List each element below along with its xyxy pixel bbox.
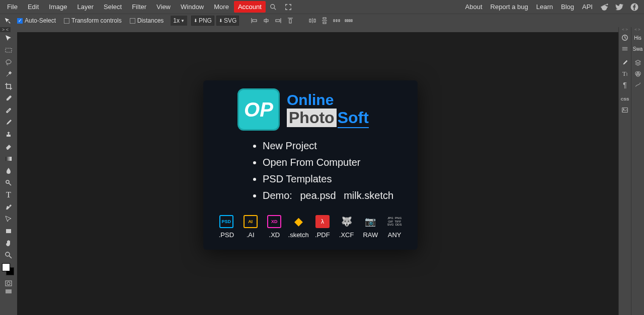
- demo-file-1[interactable]: pea.psd: [300, 190, 336, 201]
- svg-point-2: [602, 5, 607, 11]
- action-new-project[interactable]: New Project: [263, 138, 409, 154]
- menu-edit[interactable]: Edit: [23, 1, 44, 13]
- search-icon[interactable]: [266, 2, 281, 13]
- menu-file[interactable]: File: [2, 1, 23, 13]
- zoom-tool[interactable]: [0, 249, 17, 261]
- character-panel-icon[interactable]: TI: [619, 68, 631, 79]
- menu-account[interactable]: Account: [234, 1, 266, 13]
- pen-tool[interactable]: [0, 201, 17, 213]
- eyedropper-tool[interactable]: [0, 92, 17, 104]
- export-svg-button[interactable]: ⬇SVG: [216, 16, 239, 26]
- clone-tool[interactable]: [0, 129, 17, 141]
- distribute-space-icon[interactable]: [332, 16, 342, 26]
- fullscreen-icon[interactable]: [281, 2, 296, 13]
- format-psd[interactable]: PSD.PSD: [214, 215, 238, 239]
- crop-tool[interactable]: [0, 80, 17, 92]
- svg-rect-17: [314, 19, 315, 22]
- options-bar: Auto-Select Transform controls Distances…: [0, 14, 644, 27]
- format-xd[interactable]: XD.XD: [263, 215, 287, 239]
- link-api[interactable]: API: [578, 1, 597, 13]
- distribute-more-icon[interactable]: [344, 16, 354, 26]
- distances-label: Distances: [137, 17, 164, 24]
- blur-tool[interactable]: [0, 165, 17, 177]
- swatches-panel-tab[interactable]: Swa: [631, 43, 644, 54]
- align-top-icon[interactable]: [285, 16, 295, 26]
- distribute-v-icon[interactable]: [319, 16, 330, 26]
- swatches-panel-icon[interactable]: [619, 43, 631, 54]
- move-tool-icon: [3, 16, 12, 25]
- menu-filter[interactable]: Filter: [127, 1, 151, 13]
- link-about[interactable]: About: [461, 1, 487, 13]
- pdf-icon: λ: [315, 215, 330, 228]
- quickmask-toggle[interactable]: [0, 279, 17, 287]
- format-pdf[interactable]: λ.PDF: [310, 215, 335, 239]
- twitter-icon[interactable]: [612, 1, 627, 14]
- history-panel-icon[interactable]: [619, 32, 631, 43]
- shape-tool[interactable]: [0, 225, 17, 237]
- tools-panel: T: [0, 32, 17, 315]
- menu-image[interactable]: Image: [44, 1, 72, 13]
- color-swatches[interactable]: [0, 263, 17, 279]
- heal-tool[interactable]: [0, 104, 17, 117]
- export-png-button[interactable]: ⬇PNG: [191, 16, 214, 26]
- demo-file-2[interactable]: milk.sketch: [344, 190, 393, 201]
- text-tool[interactable]: T: [0, 189, 17, 201]
- menu-window[interactable]: Window: [176, 1, 209, 13]
- menu-more[interactable]: More: [209, 1, 234, 13]
- facebook-icon[interactable]: [627, 1, 642, 14]
- paragraph-panel-icon[interactable]: ¶: [619, 79, 631, 90]
- distribute-h-icon[interactable]: [307, 16, 317, 26]
- gradient-tool[interactable]: [0, 153, 17, 165]
- brush-tool[interactable]: [0, 117, 17, 129]
- tabstrip-drag-handle[interactable]: > <: [0, 27, 11, 32]
- svg-rect-44: [622, 108, 628, 113]
- svg-point-36: [6, 252, 10, 256]
- align-left-icon[interactable]: [249, 16, 259, 26]
- lasso-tool[interactable]: [0, 56, 17, 68]
- format-ai[interactable]: AI.AI: [238, 215, 263, 239]
- menu-view[interactable]: View: [151, 1, 176, 13]
- format-raw[interactable]: 📷RAW: [359, 215, 383, 239]
- export-scale-dropdown[interactable]: 1x▼: [171, 16, 187, 26]
- rect-select-tool[interactable]: [0, 44, 17, 56]
- svg-rect-35: [6, 229, 11, 233]
- svg-rect-13: [276, 20, 280, 22]
- brush-panel-icon[interactable]: [619, 57, 631, 68]
- menu-select[interactable]: Select: [99, 1, 127, 13]
- align-hcenter-icon[interactable]: [261, 16, 271, 26]
- link-report-bug[interactable]: Report a bug: [487, 1, 532, 13]
- transform-controls-toggle[interactable]: Transform controls: [61, 17, 125, 24]
- action-open-computer[interactable]: Open From Computer: [263, 154, 409, 171]
- link-blog[interactable]: Blog: [557, 1, 578, 13]
- action-psd-templates[interactable]: PSD Templates: [263, 171, 409, 187]
- fileinfo-panel-icon[interactable]: [619, 104, 631, 116]
- svg-rect-20: [323, 22, 326, 24]
- distances-toggle[interactable]: Distances: [127, 17, 167, 24]
- auto-select-toggle[interactable]: Auto-Select: [14, 17, 59, 24]
- paths-panel-icon[interactable]: [631, 79, 644, 90]
- history-panel-tab[interactable]: His: [631, 32, 644, 43]
- move-tool[interactable]: [0, 32, 17, 44]
- reddit-icon[interactable]: [597, 1, 612, 14]
- link-learn[interactable]: Learn: [532, 1, 557, 13]
- eraser-tool[interactable]: [0, 141, 17, 153]
- magic-wand-tool[interactable]: [0, 68, 17, 80]
- format-sketch[interactable]: ◆.sketch: [286, 215, 310, 239]
- document-tab-strip: > <: [0, 27, 644, 32]
- format-any[interactable]: JPG PNG GIF TIFF SVG DDSANY: [382, 215, 407, 239]
- foreground-color-swatch[interactable]: [2, 263, 10, 271]
- panel-drag-handle[interactable]: < > < >: [618, 27, 644, 31]
- dodge-tool[interactable]: [0, 177, 17, 189]
- format-xcf[interactable]: 🐺.XCF: [335, 215, 359, 239]
- menu-layer[interactable]: Layer: [72, 1, 99, 13]
- layers-panel-icon[interactable]: [631, 57, 644, 68]
- hand-tool[interactable]: [0, 237, 17, 249]
- transform-label: Transform controls: [71, 17, 122, 24]
- align-right-icon[interactable]: [273, 16, 283, 26]
- channels-panel-icon[interactable]: [631, 68, 644, 79]
- auto-select-label: Auto-Select: [25, 17, 56, 24]
- screenmode-toggle[interactable]: [0, 287, 17, 295]
- path-select-tool[interactable]: [0, 213, 17, 225]
- svg-rect-33: [6, 157, 12, 161]
- css-panel-icon[interactable]: CSS: [619, 93, 631, 104]
